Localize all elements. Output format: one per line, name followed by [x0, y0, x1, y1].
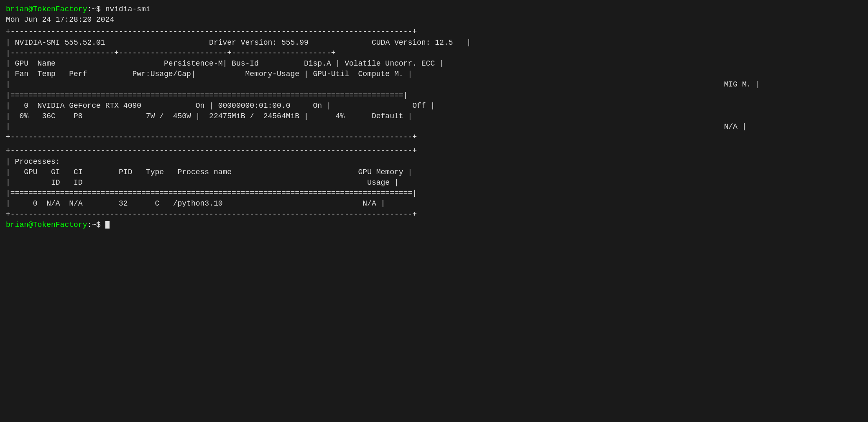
processes-title: Processes:: [15, 158, 60, 166]
final-prompt-line: brian@TokenFactory:~$: [6, 220, 862, 230]
processes-output: +---------------------------------------…: [6, 146, 862, 219]
command-text: nvidia-smi: [105, 4, 151, 15]
col-header-3: MIG M.: [367, 80, 751, 89]
cuda-version: CUDA Version: 12.5: [372, 38, 453, 47]
prompt-separator: :~$: [87, 4, 105, 15]
terminal: brian@TokenFactory:~$ nvidia-smi Mon Jun…: [6, 4, 862, 230]
process-row: 0 N/A N/A 32 C /python3.10 N/A: [15, 199, 376, 208]
user-host-label: brian@TokenFactory: [6, 4, 87, 15]
proc-col-header-1: GPU GI CI PID Type Process name GPU Memo…: [15, 168, 403, 176]
cursor: [105, 221, 110, 229]
driver-version: Driver Version: 555.99: [209, 38, 309, 47]
nvidia-smi-output: +---------------------------------------…: [6, 27, 862, 142]
final-prompt-separator: :~$: [87, 220, 105, 230]
timestamp-line: Mon Jun 24 17:28:20 2024: [6, 15, 862, 25]
gpu0-line1: 0 NVIDIA GeForce RTX 4090 On | 00000000:…: [15, 102, 426, 110]
smi-version: NVIDIA-SMI 555.52.01: [15, 38, 105, 47]
proc-col-header-2: ID ID Usage: [15, 178, 390, 187]
gpu0-line3: N/A: [367, 122, 738, 131]
command-prompt-line: brian@TokenFactory:~$ nvidia-smi: [6, 4, 862, 15]
gpu0-line2: 0% 36C P8 7W / 450W | 22475MiB / 24564Mi…: [15, 112, 403, 120]
col-header-1: GPU Name Persistence-M| Bus-Id Disp.A | …: [15, 59, 435, 68]
final-user-host: brian@TokenFactory: [6, 220, 87, 230]
col-header-2: Fan Temp Perf Pwr:Usage/Cap| Memory-Usag…: [15, 70, 403, 78]
